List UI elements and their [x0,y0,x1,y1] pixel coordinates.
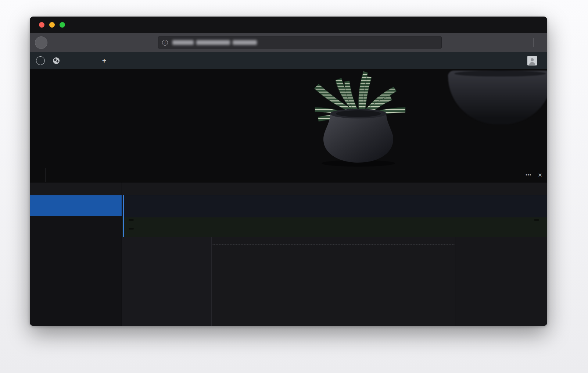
marker-detail-panel [455,237,547,326]
node-picker-icon[interactable] [30,168,46,182]
overview-markers[interactable] [122,202,547,217]
plus-icon: + [102,57,106,65]
performance-main [122,182,547,326]
wp-updates[interactable] [77,52,87,69]
minimize-window-button[interactable] [49,22,55,28]
toolbar-separator [533,38,534,47]
devtools-panel: ••• × [30,168,547,326]
devtools-tab-bar: ••• × [30,168,547,182]
recordings-sidebar [30,182,122,326]
tab-bar [30,17,547,33]
records-area [122,237,547,326]
redacted-url [172,40,257,45]
records-list [122,237,211,326]
reload-icon[interactable] [84,37,95,48]
performance-view-toolbar [122,182,547,195]
marker-type-icon [461,242,465,246]
fps-min-badge [129,228,134,230]
zoom-window-button[interactable] [60,22,65,28]
wp-logo[interactable] [32,52,49,69]
records-waterfall[interactable] [211,237,455,326]
traffic-lights [30,17,83,33]
wp-comments[interactable] [87,52,98,69]
overview-ruler[interactable] [122,195,547,202]
site-info-icon[interactable]: i [162,40,168,46]
wp-customize[interactable] [66,52,77,69]
gear-icon[interactable] [532,182,547,195]
wp-new[interactable]: + [98,52,113,69]
devtools-meatballs-icon[interactable]: ••• [526,173,531,178]
home-icon[interactable] [100,37,111,48]
browser-window: i [30,17,547,326]
navigation-toolbar: i [30,33,547,52]
waterfall-ruler [212,237,455,245]
plant-photo [287,69,419,168]
recording-item[interactable] [30,195,122,216]
background-pot [448,71,547,124]
site-icon [53,57,60,64]
wp-admin-bar: + [30,52,547,69]
selection-start-line [123,195,124,237]
wrench-icon[interactable] [68,37,79,48]
framerate-graph[interactable] [122,217,547,237]
forward-icon[interactable] [52,37,63,48]
new-tab-button[interactable] [83,17,99,33]
filter-funnel-icon[interactable] [122,182,137,195]
avatar[interactable] [527,56,537,65]
fps-max-badge [129,219,134,221]
wp-my-site[interactable] [49,52,66,69]
records-header [122,237,211,245]
fps-avg-badge [534,219,539,221]
hero-section [30,69,547,168]
url-bar[interactable]: i [158,36,442,49]
back-icon[interactable] [35,36,47,49]
close-window-button[interactable] [39,22,44,28]
devtools-close-icon[interactable]: × [538,171,542,179]
